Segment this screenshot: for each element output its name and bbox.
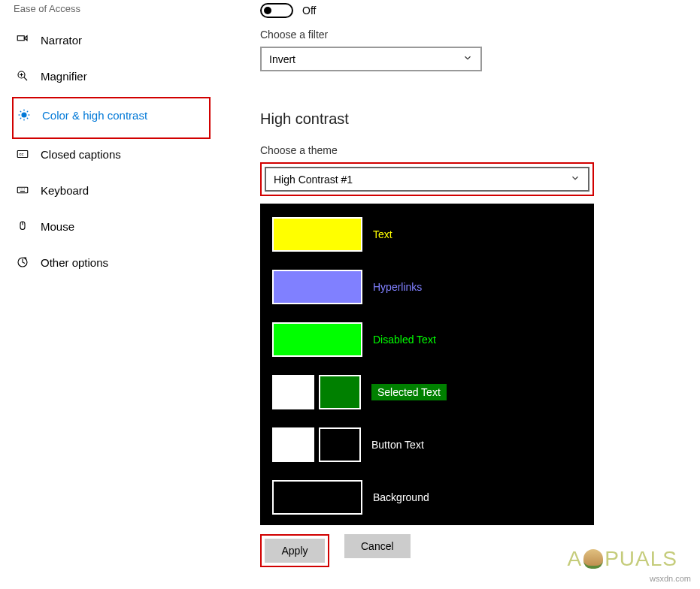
appuals-logo: APUALS xyxy=(567,547,677,571)
sidebar-item-label: Magnifier xyxy=(41,70,87,83)
selected-text-preview-label: Selected Text xyxy=(371,384,447,400)
high-contrast-heading: High contrast xyxy=(260,110,670,128)
keyboard-icon xyxy=(15,183,30,198)
narrator-icon xyxy=(15,32,30,47)
svg-point-5 xyxy=(22,113,26,117)
sidebar-item-label: Narrator xyxy=(41,34,82,47)
text-preview-label: Text xyxy=(373,228,392,240)
theme-select[interactable]: High Contrast #1 xyxy=(265,167,589,192)
sidebar-item-label: Keyboard xyxy=(41,184,89,197)
color-filter-toggle[interactable] xyxy=(260,3,293,18)
chevron-down-icon xyxy=(462,53,473,65)
sidebar-item-label: Closed captions xyxy=(41,148,121,161)
sidebar-item-closed-captions[interactable]: cc Closed captions xyxy=(12,139,211,169)
closed-captions-icon: cc xyxy=(15,146,30,162)
cancel-button[interactable]: Cancel xyxy=(344,534,411,558)
magnifier-icon xyxy=(15,68,30,83)
filter-select-value: Invert xyxy=(269,53,295,65)
sidebar-item-keyboard[interactable]: Keyboard xyxy=(12,175,211,205)
background-color-swatch[interactable] xyxy=(272,480,362,515)
sidebar-item-magnifier[interactable]: Magnifier xyxy=(12,61,211,91)
filter-label: Choose a filter xyxy=(260,29,670,41)
svg-line-10 xyxy=(20,111,22,113)
chevron-down-icon xyxy=(570,173,580,186)
sidebar-item-label: Mouse xyxy=(41,220,74,233)
mouse-icon xyxy=(15,219,30,234)
selected-text-fg-swatch[interactable] xyxy=(272,375,314,409)
sidebar-item-color-high-contrast[interactable]: Color & high contrast xyxy=(14,100,209,130)
disabled-text-preview-label: Disabled Text xyxy=(373,334,436,346)
sidebar-item-other-options[interactable]: Other options xyxy=(12,247,211,277)
theme-select-value: High Contrast #1 xyxy=(274,174,353,186)
background-preview-label: Background xyxy=(373,491,429,503)
text-color-swatch[interactable] xyxy=(272,217,362,252)
svg-rect-16 xyxy=(17,187,28,193)
filter-select[interactable]: Invert xyxy=(260,47,482,71)
theme-preview: Text Hyperlinks Disabled Text Selected T… xyxy=(260,204,594,525)
svg-line-2 xyxy=(24,77,27,80)
svg-line-12 xyxy=(20,118,22,119)
selected-text-bg-swatch[interactable] xyxy=(319,375,361,409)
sidebar-header: Ease of Access xyxy=(12,3,211,14)
other-options-icon xyxy=(15,255,30,270)
hyperlinks-color-swatch[interactable] xyxy=(272,270,362,304)
sidebar-item-narrator[interactable]: Narrator xyxy=(12,25,211,55)
svg-line-13 xyxy=(27,111,29,113)
apply-button[interactable]: Apply xyxy=(265,539,325,563)
main-panel: Off Choose a filter Invert High contrast… xyxy=(211,0,700,567)
button-text-bg-swatch[interactable] xyxy=(319,427,361,462)
hyperlinks-preview-label: Hyperlinks xyxy=(373,281,422,293)
button-text-preview-label: Button Text xyxy=(371,439,424,451)
sidebar-item-label: Other options xyxy=(41,256,108,269)
theme-label: Choose a theme xyxy=(260,144,670,156)
svg-rect-0 xyxy=(17,36,24,41)
watermark: wsxdn.com xyxy=(650,574,691,583)
sidebar-item-mouse[interactable]: Mouse xyxy=(12,211,211,241)
brightness-icon xyxy=(17,107,32,122)
button-text-fg-swatch[interactable] xyxy=(272,427,314,462)
sidebar: Ease of Access Narrator Magnifier Color … xyxy=(0,0,211,567)
toggle-state-label: Off xyxy=(302,5,316,17)
disabled-text-color-swatch[interactable] xyxy=(272,322,362,357)
sidebar-item-label: Color & high contrast xyxy=(42,109,147,122)
svg-text:cc: cc xyxy=(20,152,24,156)
svg-line-11 xyxy=(27,118,29,119)
